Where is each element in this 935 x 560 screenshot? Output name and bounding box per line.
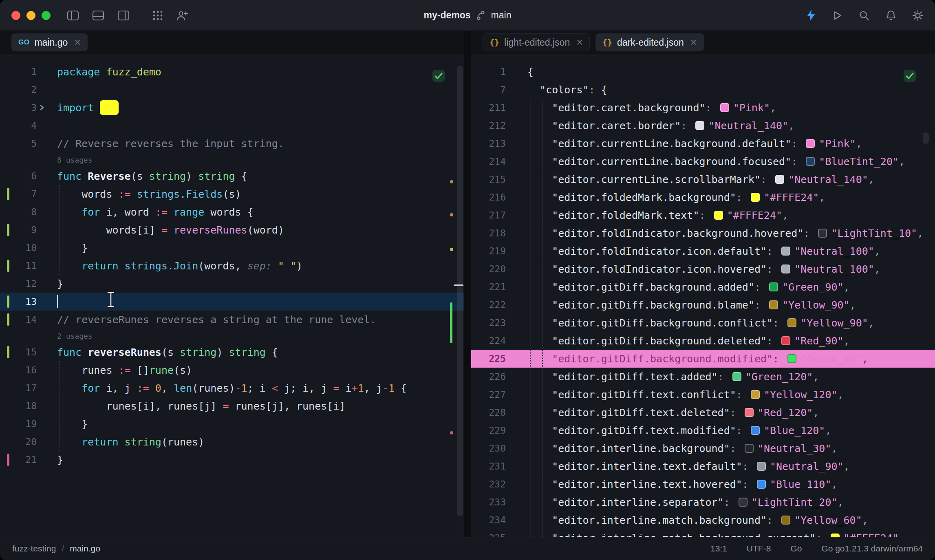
code-line[interactable]: 11 return strings.Join(words, sep: " "): [0, 257, 464, 275]
code-line[interactable]: 226 "editor.gitDiff.text.added": "Green_…: [471, 368, 935, 386]
language-mode[interactable]: Go: [790, 544, 802, 553]
no-diagnostics-indicator[interactable]: [432, 69, 445, 82]
code-line[interactable]: 218 "editor.foldIndicator.background.hov…: [471, 224, 935, 242]
line-number[interactable]: 229: [471, 425, 506, 436]
line-number[interactable]: 213: [471, 138, 506, 149]
code-line[interactable]: 10 }: [0, 239, 464, 257]
line-number[interactable]: 227: [471, 389, 506, 400]
code-line[interactable]: 16 runes := []rune(s): [0, 361, 464, 379]
toggle-right-dock-icon[interactable]: [117, 10, 130, 21]
tab-light-edited-json[interactable]: {} light-edited.json ×: [483, 33, 590, 51]
line-number[interactable]: 9: [12, 225, 37, 235]
code-line[interactable]: 13: [0, 293, 464, 311]
code-line[interactable]: 7 words := strings.Fields(s): [0, 185, 464, 203]
code-line[interactable]: 216 "editor.foldedMark.background": "#FF…: [471, 188, 935, 206]
code-line[interactable]: 8 for i, word := range words {: [0, 203, 464, 221]
code-line[interactable]: 213 "editor.currentLine.background.defau…: [471, 134, 935, 152]
line-number[interactable]: 232: [471, 479, 506, 489]
line-number[interactable]: 223: [471, 317, 506, 328]
line-number[interactable]: 13: [12, 296, 37, 307]
code-line[interactable]: 222 "editor.gitDiff.background.blame": "…: [471, 296, 935, 314]
line-number[interactable]: 5: [12, 138, 37, 149]
line-number[interactable]: 6: [12, 171, 37, 181]
line-number[interactable]: 214: [471, 156, 506, 167]
code-line[interactable]: 225 "editor.gitDiff.background.modified"…: [471, 350, 935, 368]
code-line[interactable]: 20 return string(runes): [0, 433, 464, 451]
code-line[interactable]: 211 "editor.caret.background": "Pink",: [471, 99, 935, 117]
apps-grid-icon[interactable]: [152, 10, 163, 21]
line-number[interactable]: 217: [471, 210, 506, 220]
code-line[interactable]: 4: [0, 117, 464, 134]
code-line[interactable]: 214 "editor.currentLine.background.focus…: [471, 152, 935, 170]
code-line[interactable]: 228 "editor.gitDiff.text.deleted": "Red_…: [471, 403, 935, 421]
code-line[interactable]: 1{: [471, 63, 935, 81]
encoding[interactable]: UTF-8: [747, 544, 771, 553]
close-tab-icon[interactable]: ×: [576, 37, 583, 48]
cursor-position[interactable]: 13:1: [710, 544, 727, 553]
vertical-scrollbar[interactable]: [457, 66, 463, 516]
code-line[interactable]: 229 "editor.gitDiff.text.modified": "Blu…: [471, 421, 935, 439]
close-window-button[interactable]: [11, 11, 20, 20]
line-number[interactable]: 15: [12, 347, 37, 357]
toolchain[interactable]: Go go1.21.3 darwin/arm64: [821, 544, 923, 553]
minimize-window-button[interactable]: [26, 11, 35, 20]
code-line[interactable]: 223 "editor.gitDiff.background.conflict"…: [471, 314, 935, 332]
vertical-scrollbar[interactable]: [923, 132, 929, 144]
code-line[interactable]: 5// Reverse reverses the input string.: [0, 134, 464, 152]
code-line[interactable]: 217 "editor.foldedMark.text": "#FFFE24",: [471, 206, 935, 224]
code-line[interactable]: 15func reverseRunes(s string) string {: [0, 343, 464, 361]
code-line[interactable]: 14// reverseRunes reverses a string at t…: [0, 311, 464, 329]
tab-dark-edited-json[interactable]: {} dark-edited.json ×: [595, 33, 704, 51]
code-line[interactable]: 235 "editor.interline.match.background.c…: [471, 529, 935, 537]
fold-chevron-icon[interactable]: [39, 104, 45, 111]
code-lens[interactable]: 2 usages: [0, 329, 464, 343]
line-number[interactable]: 234: [471, 515, 506, 525]
code-line[interactable]: 18 runes[i], runes[j] = runes[j], runes[…: [0, 397, 464, 415]
line-number[interactable]: 225: [471, 353, 506, 364]
code-line[interactable]: 1package fuzz_demo: [0, 63, 464, 81]
bell-icon[interactable]: [885, 10, 897, 21]
line-number[interactable]: 226: [471, 371, 506, 382]
line-number[interactable]: 14: [12, 314, 37, 325]
code-line[interactable]: 215 "editor.currentLine.scrollbarMark": …: [471, 170, 935, 188]
line-number[interactable]: 230: [471, 443, 506, 454]
line-number[interactable]: 19: [12, 419, 37, 429]
code-line[interactable]: 233 "editor.interline.separator": "Light…: [471, 493, 935, 511]
gear-icon[interactable]: [912, 10, 924, 21]
line-number[interactable]: 212: [471, 120, 506, 131]
line-number[interactable]: 222: [471, 300, 506, 310]
line-number[interactable]: 1: [12, 66, 37, 77]
code-line[interactable]: 12}: [0, 275, 464, 293]
line-number[interactable]: 215: [471, 174, 506, 185]
code-line[interactable]: 3import: [0, 99, 464, 117]
json-editor[interactable]: 1{7 "colors": {211 "editor.caret.backgro…: [471, 54, 935, 537]
line-number[interactable]: 231: [471, 461, 506, 472]
code-line[interactable]: 9 words[i] = reverseRunes(word): [0, 221, 464, 239]
tab-main-go[interactable]: GO main.go ×: [11, 33, 88, 51]
code-line[interactable]: 2: [0, 81, 464, 99]
toggle-left-dock-icon[interactable]: [67, 10, 79, 21]
search-icon[interactable]: [858, 10, 870, 21]
line-number[interactable]: 12: [12, 278, 37, 289]
line-number[interactable]: 7: [471, 84, 506, 95]
close-tab-icon[interactable]: ×: [74, 37, 81, 48]
branch-name[interactable]: main: [491, 10, 512, 21]
code-line[interactable]: 219 "editor.foldIndicator.icon.default":…: [471, 242, 935, 260]
folded-import-block[interactable]: [100, 100, 119, 115]
code-line[interactable]: 227 "editor.gitDiff.text.conflict": "Yel…: [471, 386, 935, 403]
line-number[interactable]: 3: [12, 102, 37, 113]
go-editor[interactable]: 1package fuzz_demo23import 45// Reverse …: [0, 54, 464, 537]
line-number[interactable]: 220: [471, 264, 506, 274]
code-line[interactable]: 6func Reverse(s string) string {: [0, 167, 464, 185]
zap-icon[interactable]: [805, 9, 816, 22]
line-number[interactable]: 16: [12, 365, 37, 375]
code-line[interactable]: 19 }: [0, 415, 464, 433]
line-number[interactable]: 218: [471, 228, 506, 238]
line-number[interactable]: 18: [12, 401, 37, 411]
line-number[interactable]: 20: [12, 437, 37, 447]
line-number[interactable]: 7: [12, 189, 37, 199]
code-lens-label[interactable]: 2 usages: [57, 332, 93, 340]
line-number[interactable]: 224: [471, 335, 506, 346]
line-number[interactable]: 8: [12, 207, 37, 217]
code-line[interactable]: 17 for i, j := 0, len(runes)-1; i < j; i…: [0, 379, 464, 397]
